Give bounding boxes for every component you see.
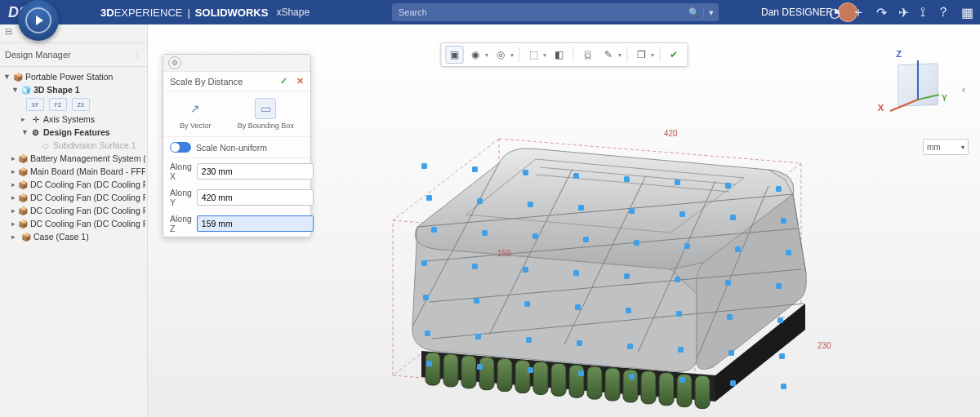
svg-rect-20 bbox=[695, 376, 710, 409]
display-mode-icon[interactable]: ◉ bbox=[466, 46, 484, 64]
tree-item[interactable]: ▼⚙Design Features bbox=[2, 126, 145, 139]
bounding-box-icon: ▭ bbox=[255, 98, 276, 119]
viewport[interactable]: ▣ ◉▾ ◎▾ ⬚▾ ◧ ⌼ ✎▾ ❒▾ ✔ ⚙ Scale By Distan… bbox=[148, 24, 980, 417]
compass-launcher[interactable] bbox=[18, 0, 59, 41]
tree-item[interactable]: ▼🧊3D Shape 1 bbox=[2, 83, 145, 96]
isolate-icon[interactable]: ⬚ bbox=[524, 46, 542, 64]
svg-rect-6 bbox=[443, 354, 458, 387]
search-input[interactable] bbox=[392, 7, 685, 17]
collaborate-icon[interactable]: ⟟ bbox=[920, 5, 925, 20]
svg-rect-77 bbox=[730, 380, 736, 386]
svg-rect-18 bbox=[659, 373, 674, 406]
dim-x-label: 230 bbox=[817, 341, 831, 350]
svg-rect-78 bbox=[781, 384, 786, 389]
svg-rect-48 bbox=[472, 264, 478, 269]
tree-item[interactable]: ▸📦Main Board (Main Board - FFF 1) bbox=[2, 165, 145, 178]
help-icon[interactable]: ？ bbox=[937, 4, 950, 21]
orientation-triad[interactable]: Z Y X bbox=[866, 49, 947, 122]
svg-rect-43 bbox=[634, 240, 639, 246]
svg-rect-68 bbox=[678, 347, 684, 353]
svg-rect-34 bbox=[578, 205, 584, 211]
along-y-input[interactable] bbox=[197, 189, 314, 206]
svg-line-2 bbox=[890, 100, 918, 111]
svg-rect-73 bbox=[528, 367, 533, 373]
units-dropdown[interactable]: mm▾ bbox=[923, 139, 969, 155]
tree-item[interactable]: ▸📦DC Cooling Fan (DC Cooling F… bbox=[2, 217, 145, 230]
scale-non-uniform-toggle[interactable] bbox=[170, 142, 191, 153]
tree-item[interactable]: ▸✛Axis Systems bbox=[2, 113, 145, 126]
design-tree[interactable]: ▼📦Portable Power Station▼🧊3D Shape 1XFFZ… bbox=[0, 67, 147, 417]
svg-rect-41 bbox=[532, 233, 538, 239]
svg-rect-29 bbox=[725, 183, 731, 189]
svg-rect-36 bbox=[679, 211, 685, 217]
render-style-icon[interactable]: ◎ bbox=[492, 46, 510, 64]
capture-icon[interactable]: ⌼ bbox=[578, 46, 596, 64]
svg-line-1 bbox=[918, 95, 939, 100]
svg-rect-15 bbox=[605, 368, 620, 401]
svg-rect-76 bbox=[679, 377, 685, 383]
notifications-icon[interactable]: ◔ bbox=[829, 5, 840, 20]
plane-button[interactable]: XF bbox=[26, 98, 44, 111]
fit-view-icon[interactable]: ▣ bbox=[445, 46, 463, 64]
along-y-label: Along Y bbox=[170, 188, 192, 207]
confirm-check-icon[interactable]: ✔ bbox=[665, 46, 683, 64]
collapse-triad-icon[interactable]: ‹ bbox=[962, 83, 965, 95]
annotate-icon[interactable]: ✎ bbox=[599, 46, 617, 64]
svg-rect-71 bbox=[426, 361, 432, 366]
svg-rect-44 bbox=[684, 243, 690, 249]
view-cube-icon[interactable]: ❒ bbox=[632, 46, 650, 64]
svg-rect-54 bbox=[776, 283, 782, 289]
method-by-vector[interactable]: ↗ By Vector bbox=[180, 98, 212, 130]
plane-button[interactable]: ZX bbox=[72, 98, 90, 111]
tree-item[interactable]: ▸📦Battery Management System (… bbox=[2, 152, 145, 165]
left-panel: ⊟ Design Manager ⋮ ▼📦Portable Power Stat… bbox=[0, 24, 148, 417]
brand-title: 3DEXPERIENCE | SOLIDWORKS xShape bbox=[100, 7, 310, 19]
svg-rect-32 bbox=[477, 198, 483, 204]
svg-rect-8 bbox=[479, 357, 494, 390]
svg-rect-55 bbox=[423, 295, 429, 300]
svg-rect-52 bbox=[675, 277, 680, 282]
tree-item[interactable]: ▸📦DC Cooling Fan (DC Cooling F… bbox=[2, 191, 145, 204]
svg-rect-35 bbox=[629, 208, 635, 214]
svg-rect-33 bbox=[528, 202, 533, 207]
panel-close-button[interactable]: ✕ bbox=[296, 76, 304, 86]
svg-rect-70 bbox=[779, 353, 785, 359]
tree-item[interactable]: ◇Subdivision Surface.1 bbox=[2, 139, 145, 152]
apps-icon[interactable]: ▦ bbox=[961, 5, 973, 20]
share-icon[interactable]: ↷ bbox=[876, 5, 887, 20]
svg-rect-7 bbox=[461, 356, 476, 388]
design-manager-menu-icon[interactable]: ⋮ bbox=[133, 50, 142, 60]
search-field[interactable]: 🔍 ▾ bbox=[392, 3, 719, 21]
add-icon[interactable]: ＋ bbox=[852, 4, 865, 21]
dim-z-label: 159 bbox=[497, 249, 511, 258]
svg-rect-66 bbox=[577, 340, 582, 346]
plane-button[interactable]: FZ bbox=[49, 98, 67, 111]
search-icon[interactable]: 🔍 bbox=[685, 7, 703, 18]
axis-z-label: Z bbox=[896, 49, 902, 59]
tree-item[interactable]: ▸📦DC Cooling Fan (DC Cooling F… bbox=[2, 178, 145, 191]
tree-item[interactable]: ▸📦Case (Case 1) bbox=[2, 230, 145, 243]
svg-rect-42 bbox=[583, 237, 589, 242]
model-render[interactable] bbox=[344, 90, 866, 417]
svg-rect-31 bbox=[426, 195, 432, 201]
send-icon[interactable]: ✈ bbox=[898, 5, 909, 20]
svg-rect-69 bbox=[728, 350, 734, 356]
svg-rect-38 bbox=[781, 218, 786, 224]
tree-item[interactable]: ▼📦Portable Power Station bbox=[2, 70, 145, 83]
svg-rect-62 bbox=[777, 317, 783, 323]
search-scope-dropdown[interactable]: ▾ bbox=[703, 7, 719, 18]
section-icon[interactable]: ◧ bbox=[550, 46, 568, 64]
design-manager-title: Design Manager bbox=[5, 50, 71, 60]
svg-rect-13 bbox=[569, 365, 584, 397]
along-x-label: Along X bbox=[170, 162, 192, 181]
method-by-bounding-box[interactable]: ▭ By Bounding Box bbox=[238, 98, 294, 130]
svg-rect-61 bbox=[727, 314, 733, 320]
along-z-input[interactable] bbox=[197, 215, 314, 232]
panel-settings-icon[interactable]: ⚙ bbox=[168, 56, 181, 69]
scale-by-distance-panel: ⚙ Scale By Distance ✓ ✕ ↗ By Vector ▭ By… bbox=[163, 54, 311, 237]
axis-y-label: Y bbox=[942, 93, 947, 103]
panel-ok-button[interactable]: ✓ bbox=[280, 76, 287, 86]
tree-item[interactable]: ▸📦DC Cooling Fan (DC Cooling F… bbox=[2, 204, 145, 217]
along-x-input[interactable] bbox=[197, 163, 314, 180]
svg-rect-57 bbox=[524, 301, 530, 307]
